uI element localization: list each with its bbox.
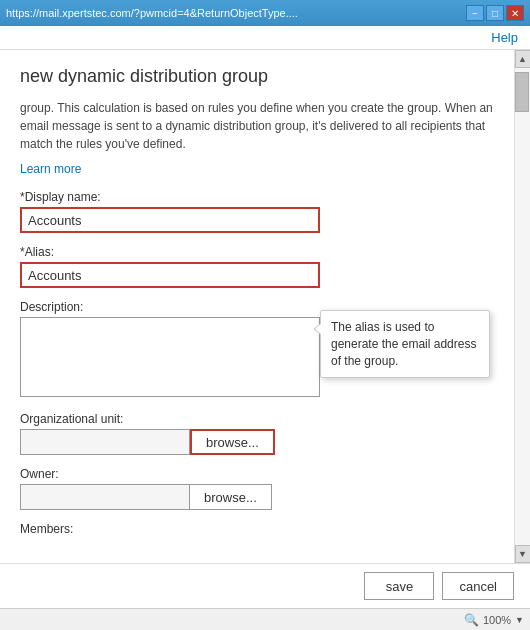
org-unit-group: Organizational unit: browse...: [20, 412, 494, 455]
save-button[interactable]: save: [364, 572, 434, 600]
page-title: new dynamic distribution group: [20, 66, 494, 87]
owner-browse-button[interactable]: browse...: [190, 484, 272, 510]
alias-group: *Alias:: [20, 245, 494, 288]
zoom-icon: 🔍: [464, 613, 479, 627]
window-controls: − □ ✕: [466, 5, 524, 21]
footer-bar: save cancel: [0, 563, 530, 608]
maximize-button[interactable]: □: [486, 5, 504, 21]
url-bar: https://mail.xpertstec.com/?pwmcid=4&Ret…: [6, 7, 460, 19]
help-link[interactable]: Help: [491, 30, 518, 45]
learn-more-link[interactable]: Learn more: [20, 162, 81, 176]
main-container: Help new dynamic distribution group grou…: [0, 26, 530, 630]
close-button[interactable]: ✕: [506, 5, 524, 21]
org-unit-label: Organizational unit:: [20, 412, 494, 426]
content-area: new dynamic distribution group group. Th…: [0, 50, 530, 563]
org-unit-input-row: browse...: [20, 429, 494, 455]
owner-input-row: browse...: [20, 484, 494, 510]
zoom-level: 100%: [483, 614, 511, 626]
help-bar: Help: [0, 26, 530, 50]
cancel-button[interactable]: cancel: [442, 572, 514, 600]
scroll-track[interactable]: [515, 68, 530, 545]
alias-label: *Alias:: [20, 245, 494, 259]
scroll-down-button[interactable]: ▼: [515, 545, 531, 563]
members-label: Members:: [20, 522, 494, 536]
members-group: Members:: [20, 522, 494, 536]
display-name-input[interactable]: [20, 207, 320, 233]
minimize-button[interactable]: −: [466, 5, 484, 21]
owner-readonly: [20, 484, 190, 510]
owner-group: Owner: browse...: [20, 467, 494, 510]
alias-input[interactable]: [20, 262, 320, 288]
scrollbar[interactable]: ▲ ▼: [514, 50, 530, 563]
tooltip-text: The alias is used to generate the email …: [331, 320, 476, 368]
org-unit-readonly: [20, 429, 190, 455]
title-bar: https://mail.xpertstec.com/?pwmcid=4&Ret…: [0, 0, 530, 26]
display-name-label: *Display name:: [20, 190, 494, 204]
scroll-up-button[interactable]: ▲: [515, 50, 531, 68]
form-panel: new dynamic distribution group group. Th…: [0, 50, 514, 563]
owner-label: Owner:: [20, 467, 494, 481]
display-name-group: *Display name:: [20, 190, 494, 233]
org-unit-browse-button[interactable]: browse...: [190, 429, 275, 455]
status-bar: 🔍 100% ▼: [0, 608, 530, 630]
alias-tooltip: The alias is used to generate the email …: [320, 310, 490, 378]
zoom-dropdown-arrow[interactable]: ▼: [515, 615, 524, 625]
scroll-thumb[interactable]: [515, 72, 529, 112]
description-textarea[interactable]: [20, 317, 320, 397]
intro-text: group. This calculation is based on rule…: [20, 99, 494, 153]
